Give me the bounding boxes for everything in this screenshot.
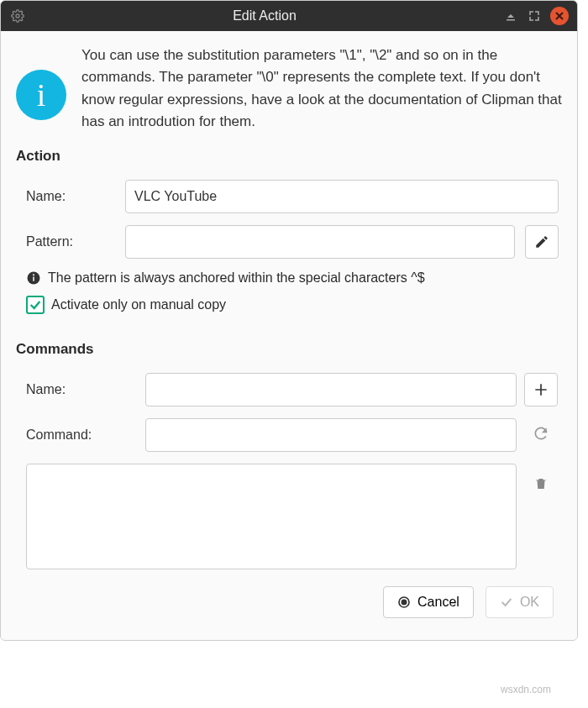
add-command-button[interactable]: [524, 373, 558, 406]
action-name-label: Name:: [26, 189, 115, 204]
command-name-label: Name:: [26, 382, 135, 397]
maximize-icon[interactable]: [527, 8, 542, 24]
command-value-input[interactable]: [145, 418, 517, 452]
close-icon[interactable]: [550, 7, 569, 25]
edit-pattern-button[interactable]: [525, 225, 559, 259]
cancel-label: Cancel: [417, 595, 459, 610]
trash-icon: [533, 476, 549, 491]
cancel-icon: [397, 595, 411, 609]
command-value-row: Command:: [26, 418, 517, 452]
pencil-icon: [534, 234, 549, 249]
dialog-footer: Cancel OK: [16, 574, 562, 623]
dialog-window: Edit Action i You can use the substituti…: [0, 0, 578, 641]
window-controls: [503, 7, 569, 25]
commands-heading: Commands: [16, 341, 562, 358]
command-name-row: Name:: [26, 373, 517, 406]
action-pattern-label: Pattern:: [26, 234, 115, 249]
command-name-input[interactable]: [145, 373, 517, 406]
window-title: Edit Action: [26, 8, 503, 24]
watermark-text: wsxdn.com: [501, 684, 551, 695]
cancel-button[interactable]: Cancel: [383, 586, 474, 618]
gear-icon[interactable]: [9, 9, 26, 23]
refresh-command-button[interactable]: [524, 417, 558, 450]
info-text: You can use the substitution parameters …: [81, 45, 562, 133]
delete-command-button[interactable]: [524, 467, 558, 501]
dialog-content: i You can use the substitution parameter…: [1, 31, 577, 640]
plus-icon: [533, 381, 549, 398]
action-form: Name: Pattern: The pattern is always anc…: [16, 175, 562, 333]
svg-point-6: [402, 600, 406, 605]
commands-form: Name: Command:: [16, 368, 562, 574]
command-value-label: Command:: [26, 427, 135, 443]
rollup-icon[interactable]: [503, 8, 518, 24]
action-pattern-row: Pattern:: [26, 225, 559, 259]
pattern-hint: The pattern is always anchored within th…: [26, 270, 559, 286]
commands-list[interactable]: [26, 464, 517, 569]
action-heading: Action: [16, 148, 562, 165]
action-name-input[interactable]: [125, 180, 559, 213]
manual-copy-checkbox-row[interactable]: Activate only on manual copy: [26, 296, 559, 314]
refresh-icon: [533, 425, 549, 442]
info-icon: i: [16, 70, 66, 120]
info-banner: i You can use the substitution parameter…: [16, 45, 562, 133]
svg-point-4: [33, 275, 34, 276]
svg-rect-3: [33, 277, 34, 281]
action-pattern-input[interactable]: [125, 225, 515, 259]
ok-check-icon: [500, 595, 513, 609]
manual-copy-label: Activate only on manual copy: [51, 297, 226, 312]
svg-point-0: [16, 14, 19, 18]
action-name-row: Name:: [26, 180, 559, 213]
info-small-icon: [26, 270, 41, 286]
manual-copy-checkbox[interactable]: [26, 296, 45, 314]
svg-rect-1: [507, 19, 515, 21]
pattern-hint-text: The pattern is always anchored within th…: [48, 270, 425, 286]
ok-button[interactable]: OK: [486, 586, 554, 618]
titlebar: Edit Action: [1, 1, 577, 31]
ok-label: OK: [520, 595, 539, 610]
check-icon: [29, 298, 42, 312]
